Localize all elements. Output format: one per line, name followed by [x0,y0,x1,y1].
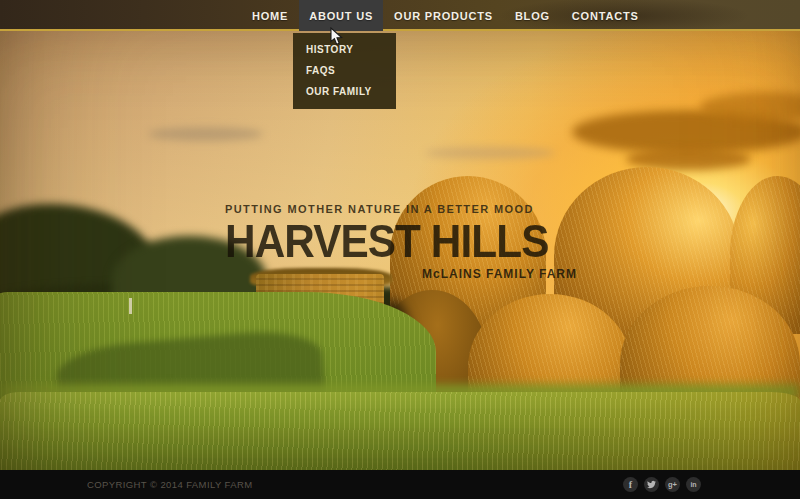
cloud [148,127,263,141]
linkedin-icon[interactable]: in [686,477,701,492]
twitter-icon[interactable] [644,477,659,492]
copyright-text: COPYRIGHT © 2014 FAMILY FARM [87,479,253,490]
grass-foreground [0,392,800,470]
nav-item-about-us[interactable]: ABOUT US [299,0,383,31]
dropdown-item-our-family[interactable]: OUR FAMILY [293,81,396,102]
site-title: HARVEST HILLS [225,218,549,264]
nav-item-home[interactable]: HOME [241,0,299,31]
dropdown-item-faqs[interactable]: FAQS [293,60,396,81]
hero-subtitle: McLAINS FAMILY FARM [225,267,577,281]
hero-text-block: PUTTING MOTHER NATURE IN A BETTER MOOD H… [225,203,577,281]
social-links: f g+ in [623,477,701,492]
page: PUTTING MOTHER NATURE IN A BETTER MOOD H… [0,0,800,499]
hero-photo: PUTTING MOTHER NATURE IN A BETTER MOOD H… [0,0,800,470]
nav-list: HOME ABOUT US OUR PRODUCTS BLOG CONTACTS [241,0,650,31]
about-us-dropdown-menu: HISTORY FAQS OUR FAMILY [293,33,396,109]
fence-post [129,298,132,314]
dropdown-item-history[interactable]: HISTORY [293,39,396,60]
google-plus-icon[interactable]: g+ [665,477,680,492]
main-navbar: HOME ABOUT US OUR PRODUCTS BLOG CONTACTS [0,0,800,31]
nav-item-our-products[interactable]: OUR PRODUCTS [383,0,504,31]
cloud [425,147,555,159]
nav-item-blog[interactable]: BLOG [504,0,561,31]
nav-item-contacts[interactable]: CONTACTS [561,0,650,31]
facebook-icon[interactable]: f [623,477,638,492]
hero-tagline: PUTTING MOTHER NATURE IN A BETTER MOOD [225,203,577,215]
